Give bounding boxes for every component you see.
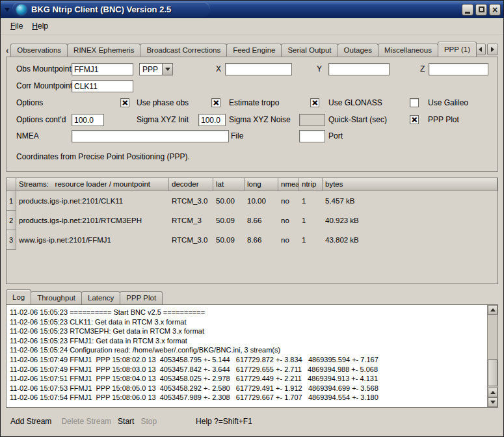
scrollbar-thumb[interactable]	[488, 359, 497, 386]
cell-lat: 50.09	[213, 230, 245, 250]
table-row[interactable]: 2 products.igs-ip.net:2101/RTCM3EPH RTCM…	[7, 211, 497, 230]
menu-file[interactable]: File	[6, 20, 27, 33]
use-phase-obs-checkbox[interactable]: ×	[120, 98, 129, 107]
checkbox-check-icon: ×	[122, 99, 128, 107]
log-line: 11-02-06 15:05:23 CLK11: Get data in RTC…	[10, 317, 485, 327]
options-contd-label: Options cont'd	[16, 114, 66, 126]
table-row[interactable]: 3 www.igs-ip.net:2101/FFMJ1 RTCM_3.0 50.…	[7, 230, 497, 250]
start-button[interactable]: Start	[118, 417, 134, 426]
maximize-icon	[479, 7, 484, 12]
nmea-file-input[interactable]	[72, 130, 229, 142]
port-label: Port	[328, 130, 343, 142]
titlebar[interactable]: BKG Ntrip Client (BNC) Version 2.5 ×	[1, 1, 503, 18]
tab-serial-output[interactable]: Serial Output	[281, 44, 338, 57]
tab-ppp[interactable]: PPP (1)	[438, 42, 477, 57]
column-header-nmea: nmea	[278, 178, 299, 191]
checkbox-check-icon: ×	[213, 99, 219, 107]
nmea-label: NMEA	[16, 130, 39, 142]
corner-header-cell	[7, 178, 16, 191]
minimize-button[interactable]	[462, 4, 473, 16]
scroll-up-button-bottom[interactable]	[488, 388, 497, 397]
sigma-xyz-init-input[interactable]	[72, 114, 104, 126]
maximize-button[interactable]	[475, 4, 487, 16]
ppp-panel: Obs Mountpoint PPP X Y Z Corr Mountpoint…	[6, 57, 498, 172]
tab-latency[interactable]: Latency	[81, 291, 120, 304]
ppp-mode-value: PPP	[140, 64, 162, 75]
streams-table: Streams: resource loader / mountpoint de…	[6, 178, 498, 284]
cell-bytes: 5.457 kB	[323, 191, 497, 211]
scroll-up-button[interactable]	[488, 305, 497, 315]
cell-nmea: no	[278, 230, 299, 250]
tab-observations[interactable]: Observations	[10, 44, 68, 57]
corr-mountpoint-input[interactable]	[72, 80, 133, 92]
log-line: 11-02-06 15:05:23 RTCM3EPH: Get data in …	[10, 326, 485, 336]
tab-log[interactable]: Log	[6, 289, 31, 304]
titlebar-capsule: BKG Ntrip Client (BNC) Version 2.5	[12, 2, 210, 17]
cell-bytes: 43.802 kB	[323, 230, 497, 250]
use-galileo-checkbox[interactable]	[410, 98, 419, 107]
tab-miscellaneous[interactable]: Miscellaneous	[378, 44, 438, 57]
log-tab-bar: Log Throughput Latency PPP Plot	[6, 289, 498, 304]
arrow-down-icon	[490, 401, 496, 404]
add-stream-button[interactable]: Add Stream	[10, 417, 51, 426]
close-icon: ×	[492, 5, 497, 14]
log-line: 11-02-06 15:05:23 ========== Start BNC v…	[10, 308, 485, 317]
sigma-xyz-noise-input[interactable]	[198, 114, 226, 126]
panel-description: Coordinates from Precise Point Positioni…	[16, 152, 190, 161]
tab-outages[interactable]: Outages	[338, 44, 378, 57]
cell-mountpoint: products.igs-ip.net:2101/RTCM3EPH	[16, 211, 169, 230]
tab-throughput[interactable]: Throughput	[31, 291, 82, 304]
row-number: 1	[7, 191, 16, 211]
options-label: Options	[16, 97, 43, 109]
menu-bar: File Help	[1, 18, 503, 34]
obs-mountpoint-input[interactable]	[72, 63, 133, 75]
cell-bytes: 40.923 kB	[323, 211, 497, 230]
x-coordinate-input[interactable]	[225, 63, 292, 75]
cell-lat: 50.09	[213, 211, 245, 230]
y-label: Y	[317, 63, 322, 75]
chevron-right-icon	[491, 47, 494, 52]
cell-ntrip: 1	[299, 191, 323, 211]
cell-nmea: no	[278, 191, 299, 211]
y-coordinate-input[interactable]	[328, 63, 390, 75]
tab-overflow-left-icon: ‹	[6, 46, 8, 55]
tab-ppp-plot[interactable]: PPP Plot	[120, 291, 163, 304]
log-line: 11-02-06 15:05:23 FFMJ1: Get data in RTC…	[10, 336, 485, 346]
cell-mountpoint: www.igs-ip.net:2101/FFMJ1	[16, 230, 169, 250]
dropdown-button[interactable]	[162, 64, 172, 75]
delete-stream-button: Delete Stream	[61, 417, 111, 426]
cell-ntrip: 1	[299, 211, 323, 230]
estimate-tropo-checkbox[interactable]: ×	[211, 98, 220, 107]
tab-rinex-ephemeris[interactable]: RINEX Ephemeris	[67, 44, 140, 57]
nmea-port-input[interactable]	[299, 130, 325, 142]
corr-mountpoint-label: Corr Mountpoint	[16, 80, 72, 92]
arrow-up-icon	[490, 308, 496, 311]
column-header-long: long	[245, 178, 278, 191]
use-phase-obs-label: Use phase obs	[137, 97, 189, 109]
sigma-xyz-noise-label: Sigma XYZ Noise	[229, 114, 291, 126]
ppp-mode-dropdown[interactable]: PPP	[139, 63, 173, 75]
log-scrollbar[interactable]	[487, 305, 497, 407]
log-line: 11-02-06 15:07:51 FFMJ1 PPP 15:08:04.0 1…	[10, 374, 485, 384]
minimize-icon	[465, 12, 470, 14]
use-glonass-checkbox[interactable]: ×	[310, 98, 319, 107]
table-row[interactable]: 1 products.igs-ip.net:2101/CLK11 RTCM_3.…	[7, 191, 497, 211]
cell-long: 8.66	[245, 230, 278, 250]
cell-decoder: RTCM_3.0	[169, 230, 213, 250]
scroll-down-button[interactable]	[488, 397, 497, 407]
cell-decoder: RTCM_3.0	[169, 191, 213, 211]
quick-start-input	[299, 114, 325, 126]
tab-broadcast-corrections[interactable]: Broadcast Corrections	[140, 44, 227, 57]
menu-help[interactable]: Help	[27, 20, 53, 33]
tab-scroll-right-button[interactable]	[487, 44, 498, 55]
config-tab-bar: ‹ Observations RINEX Ephemeris Broadcast…	[6, 42, 498, 57]
z-coordinate-input[interactable]	[429, 63, 488, 75]
column-header-ntrip: ntrip	[299, 178, 323, 191]
ppp-plot-checkbox[interactable]: ×	[410, 115, 419, 124]
tab-feed-engine[interactable]: Feed Engine	[226, 44, 282, 57]
x-label: X	[216, 63, 221, 75]
close-button[interactable]: ×	[489, 4, 501, 16]
ppp-plot-label: PPP Plot	[428, 114, 459, 126]
cell-mountpoint: products.igs-ip.net:2101/CLK11	[16, 191, 169, 211]
window-menu-icon[interactable]	[5, 8, 10, 12]
